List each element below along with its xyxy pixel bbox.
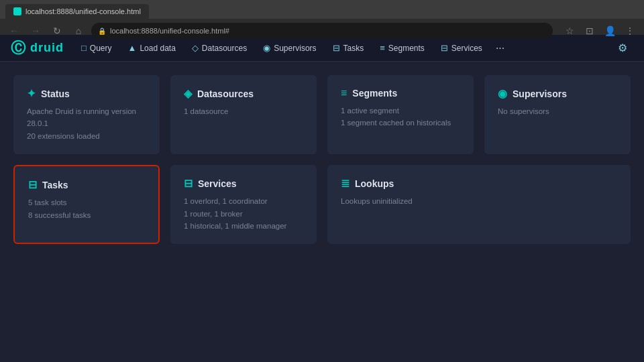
services-icon: ⊟ bbox=[441, 43, 448, 53]
load-data-icon: ▲ bbox=[128, 43, 137, 53]
lookups-card-icon: ≣ bbox=[341, 177, 350, 190]
extensions-button[interactable]: ⊡ bbox=[581, 22, 598, 40]
datasources-card[interactable]: ◈ Datasources 1 datasource bbox=[170, 75, 317, 154]
status-card-body: Apache Druid is running version 28.0.1 2… bbox=[27, 105, 146, 142]
supervisors-line-1: No supervisors bbox=[498, 105, 617, 117]
browser-chrome: localhost:8888/unified-console.html ← → … bbox=[0, 0, 644, 35]
supervisors-card-body: No supervisors bbox=[498, 105, 617, 117]
datasources-card-icon: ◈ bbox=[184, 87, 192, 100]
forward-button[interactable]: → bbox=[27, 22, 44, 40]
back-button[interactable]: ← bbox=[5, 22, 23, 40]
status-card-title: ✦ Status bbox=[27, 87, 146, 100]
services-card-icon: ⊟ bbox=[184, 177, 193, 190]
bookmark-button[interactable]: ☆ bbox=[561, 22, 578, 40]
topnav: Ⓒ druid □ Query ▲ Load data ◇ Datasource… bbox=[0, 35, 644, 62]
status-icon: ✦ bbox=[27, 87, 36, 100]
datasources-card-body: 1 datasource bbox=[184, 105, 303, 117]
segments-card[interactable]: ≡ Segments 1 active segment 1 segment ca… bbox=[327, 75, 474, 154]
services-card[interactable]: ⊟ Services 1 overlord, 1 coordinator 1 r… bbox=[170, 165, 317, 244]
status-card[interactable]: ✦ Status Apache Druid is running version… bbox=[13, 75, 160, 154]
nav-item-services[interactable]: ⊟ Services bbox=[434, 40, 489, 56]
cards-grid: ✦ Status Apache Druid is running version… bbox=[0, 62, 644, 257]
tab-favicon bbox=[13, 7, 21, 15]
supervisors-card-title: ◉ Supervisors bbox=[498, 87, 617, 100]
lookups-card-title: ≣ Lookups bbox=[341, 177, 617, 190]
tasks-card-icon: ⊟ bbox=[28, 178, 37, 191]
nav-supervisors-label: Supervisors bbox=[274, 44, 316, 53]
segments-card-body: 1 active segment 1 segment cached on his… bbox=[341, 105, 460, 129]
status-title-text: Status bbox=[41, 88, 70, 99]
logo[interactable]: Ⓒ druid bbox=[11, 38, 64, 58]
nav-more-button[interactable]: ··· bbox=[492, 39, 508, 58]
lookups-card[interactable]: ≣ Lookups Lookups uninitialized bbox=[327, 165, 631, 244]
tasks-line-2: 8 successful tasks bbox=[28, 209, 145, 221]
services-line-3: 1 historical, 1 middle manager bbox=[184, 220, 303, 232]
tasks-card-title: ⊟ Tasks bbox=[28, 178, 145, 191]
services-title-text: Services bbox=[198, 178, 237, 189]
datasources-line-1: 1 datasource bbox=[184, 105, 303, 117]
supervisors-card[interactable]: ◉ Supervisors No supervisors bbox=[484, 75, 631, 154]
nav-item-supervisors[interactable]: ◉ Supervisors bbox=[256, 40, 323, 56]
tasks-card-body: 5 task slots 8 successful tasks bbox=[28, 196, 145, 221]
nav-item-datasources[interactable]: ◇ Datasources bbox=[185, 40, 254, 56]
nav-services-label: Services bbox=[451, 44, 482, 53]
services-line-2: 1 router, 1 broker bbox=[184, 208, 303, 220]
logo-icon: Ⓒ bbox=[11, 38, 26, 58]
lookups-title-text: Lookups bbox=[355, 178, 394, 189]
services-card-title: ⊟ Services bbox=[184, 177, 303, 190]
tasks-icon: ⊟ bbox=[333, 43, 340, 53]
supervisors-card-icon: ◉ bbox=[498, 87, 507, 100]
browser-tabs: localhost:8888/unified-console.html bbox=[0, 0, 644, 19]
nav-item-load-data[interactable]: ▲ Load data bbox=[121, 40, 182, 56]
services-line-1: 1 overlord, 1 coordinator bbox=[184, 195, 303, 207]
segments-icon: ≡ bbox=[380, 43, 385, 53]
nav-item-segments[interactable]: ≡ Segments bbox=[373, 40, 431, 56]
supervisors-icon: ◉ bbox=[263, 43, 270, 53]
nav-item-query[interactable]: □ Query bbox=[74, 40, 119, 56]
query-icon: □ bbox=[81, 43, 87, 53]
supervisors-title-text: Supervisors bbox=[513, 88, 567, 99]
nav-tasks-label: Tasks bbox=[343, 44, 364, 53]
tab-label: localhost:8888/unified-console.html bbox=[25, 7, 141, 15]
gear-button[interactable]: ⚙ bbox=[612, 38, 633, 59]
segments-card-icon: ≡ bbox=[341, 87, 347, 99]
nav-segments-label: Segments bbox=[388, 44, 425, 53]
address-lock-icon: 🔒 bbox=[98, 27, 106, 35]
segments-line-1: 1 active segment bbox=[341, 105, 460, 117]
lookups-card-body: Lookups uninitialized bbox=[341, 195, 617, 207]
services-card-body: 1 overlord, 1 coordinator 1 router, 1 br… bbox=[184, 195, 303, 232]
nav-more-label: ··· bbox=[496, 42, 504, 54]
lookups-line-1: Lookups uninitialized bbox=[341, 195, 617, 207]
segments-line-2: 1 segment cached on historicals bbox=[341, 117, 460, 129]
status-line-2: 20 extensions loaded bbox=[27, 130, 146, 142]
logo-text: druid bbox=[30, 41, 64, 55]
browser-tab[interactable]: localhost:8888/unified-console.html bbox=[5, 4, 149, 19]
address-text: localhost:8888/unified-console.html# bbox=[110, 27, 229, 35]
home-button[interactable]: ⌂ bbox=[70, 22, 87, 40]
nav-item-tasks[interactable]: ⊟ Tasks bbox=[326, 40, 371, 56]
tasks-card[interactable]: ⊟ Tasks 5 task slots 8 successful tasks bbox=[13, 165, 160, 244]
nav-query-label: Query bbox=[90, 44, 112, 53]
datasources-title-text: Datasources bbox=[197, 88, 254, 99]
datasources-card-title: ◈ Datasources bbox=[184, 87, 303, 100]
segments-title-text: Segments bbox=[352, 88, 397, 99]
datasources-icon: ◇ bbox=[192, 43, 199, 53]
tasks-line-1: 5 task slots bbox=[28, 196, 145, 208]
address-bar[interactable]: 🔒 localhost:8888/unified-console.html# bbox=[91, 23, 553, 39]
tasks-title-text: Tasks bbox=[42, 180, 68, 190]
nav-datasources-label: Datasources bbox=[202, 44, 247, 53]
status-line-1: Apache Druid is running version 28.0.1 bbox=[27, 105, 146, 130]
refresh-button[interactable]: ↻ bbox=[48, 22, 66, 40]
app: Ⓒ druid □ Query ▲ Load data ◇ Datasource… bbox=[0, 35, 644, 362]
segments-card-title: ≡ Segments bbox=[341, 87, 460, 99]
nav-load-data-label: Load data bbox=[140, 44, 175, 53]
gear-icon: ⚙ bbox=[618, 42, 627, 54]
